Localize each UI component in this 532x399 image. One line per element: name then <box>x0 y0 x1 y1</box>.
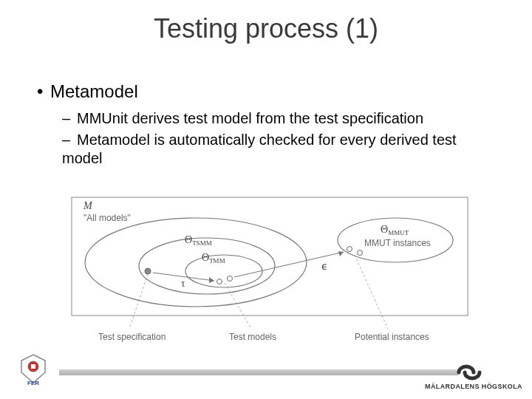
svg-marker-14 <box>338 251 344 256</box>
svg-point-15 <box>347 247 352 252</box>
svg-text:ΘTMM: ΘTMM <box>202 252 225 265</box>
label-all-models: "All models" <box>83 213 131 223</box>
sub-bullet-1: –MMUnit derives test model from the test… <box>62 109 495 128</box>
sub-bullet-2: –Metamodel is automatically checked for … <box>62 131 495 168</box>
theta-tsmm-sym: Θ <box>185 234 192 245</box>
caption-test-models: Test models <box>229 332 276 342</box>
svg-text:ΘMMUT: ΘMMUT <box>381 224 409 236</box>
slide-title: Testing process (1) <box>0 13 532 44</box>
metamodel-diagram: M "All models" ΘTSMM ΘTMM ΘMMUT MMUT ins… <box>70 196 469 344</box>
slide-body: •Metamodel –MMUnit derives test model fr… <box>37 81 495 171</box>
label-M: M <box>83 200 93 211</box>
svg-point-11 <box>217 279 222 284</box>
footer-divider <box>59 369 458 375</box>
svg-rect-0 <box>72 197 468 316</box>
bullet-metamodel: •Metamodel <box>37 81 495 102</box>
logo-fer-text: FER <box>27 380 39 386</box>
logo-fer: FER <box>18 353 48 386</box>
caption-potential-instances: Potential instances <box>355 332 429 342</box>
logo-malardalen: MÄLARDALENS HÖGSKOLA <box>425 364 514 390</box>
svg-marker-10 <box>209 277 214 283</box>
svg-point-8 <box>145 268 151 274</box>
theta-tmm-sym: Θ <box>202 252 209 263</box>
sub-text-2: Metamodel is automatically checked for e… <box>62 132 457 166</box>
svg-line-18 <box>225 283 251 329</box>
label-epsilon: ϵ <box>321 261 328 272</box>
label-tau: τ <box>181 278 185 289</box>
bullet-text: Metamodel <box>50 81 138 101</box>
sub-text-1: MMUnit derives test model from the test … <box>77 110 423 126</box>
svg-point-12 <box>228 276 233 282</box>
svg-text:ΘTSMM: ΘTSMM <box>185 234 212 247</box>
svg-line-19 <box>355 255 388 329</box>
svg-point-16 <box>358 250 363 256</box>
logo-malardalen-text: MÄLARDALENS HÖGSKOLA <box>425 383 514 390</box>
theta-mmut-sym: Θ <box>381 224 388 235</box>
theta-tmm-sub: TMM <box>209 257 225 265</box>
theta-mmut-sub: MMUT <box>388 229 409 236</box>
label-mmut-instances: MMUT instances <box>364 238 431 248</box>
caption-test-spec: Test specification <box>98 332 166 342</box>
theta-tsmm-sub: TSMM <box>192 239 212 247</box>
svg-rect-21 <box>31 364 35 369</box>
